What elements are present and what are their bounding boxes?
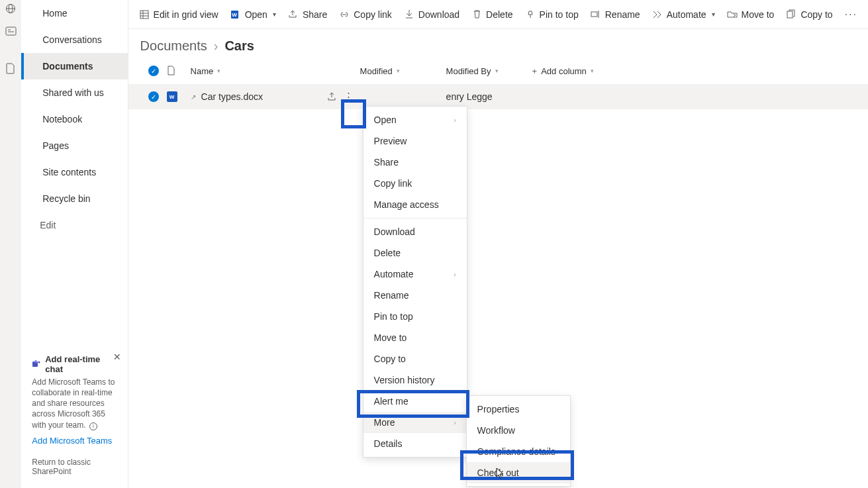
context-menu: Open›PreviewShareCopy linkManage accessD… xyxy=(363,106,467,458)
grid-icon xyxy=(139,9,150,20)
more-button[interactable]: ··· xyxy=(845,9,857,21)
teams-promo-card: ✕ Add real-time chat Add Microsoft Teams… xyxy=(21,348,127,452)
menu-item-pin-to-top[interactable]: Pin to top xyxy=(363,306,467,327)
chevron-right-icon: › xyxy=(214,38,218,54)
chevron-right-icon: › xyxy=(454,419,456,426)
share-row-icon[interactable] xyxy=(327,92,337,101)
submenu-item-compliance-details[interactable]: Compliance details xyxy=(467,441,570,462)
rename-button[interactable]: Rename xyxy=(591,9,640,20)
menu-item-preview[interactable]: Preview xyxy=(363,130,467,152)
pin-icon xyxy=(525,9,536,20)
breadcrumb-root[interactable]: Documents xyxy=(140,38,207,54)
menu-item-alert-me[interactable]: Alert me xyxy=(363,391,467,412)
flow-icon xyxy=(652,9,663,20)
column-modified-by[interactable]: Modified By▾ xyxy=(446,66,532,76)
row-checkbox[interactable]: ✓ xyxy=(148,91,159,102)
breadcrumb-current: Cars xyxy=(224,38,254,54)
delete-button[interactable]: Delete xyxy=(471,9,512,20)
sidebar-nav: HomeConversationsDocumentsShared with us… xyxy=(21,0,127,212)
sidebar-item-conversations[interactable]: Conversations xyxy=(21,26,127,53)
command-bar: Edit in grid view W Open▾ Share Copy lin… xyxy=(128,0,868,29)
link-icon xyxy=(339,9,350,20)
sidebar-item-home[interactable]: Home xyxy=(21,0,127,26)
table-header: ✓ Name▾ Modified▾ Modified By▾ +Add colu… xyxy=(128,58,868,84)
automate-button[interactable]: Automate▾ xyxy=(652,9,715,20)
row-more-icon[interactable]: ⋮ xyxy=(344,92,354,101)
chevron-right-icon: › xyxy=(454,271,456,278)
menu-item-rename[interactable]: Rename xyxy=(363,285,467,306)
sidebar: HomeConversationsDocumentsShared with us… xyxy=(21,0,128,488)
svg-rect-15 xyxy=(591,12,597,17)
download-icon xyxy=(404,9,414,20)
menu-item-details[interactable]: Details xyxy=(363,433,467,454)
chevron-down-icon: ▾ xyxy=(397,68,400,74)
chevron-down-icon: ▾ xyxy=(495,68,499,74)
column-name[interactable]: Name▾ xyxy=(191,66,360,76)
teams-promo-desc: Add Microsoft Teams to collaborate in re… xyxy=(32,377,115,430)
checkout-indicator-icon: ↗ xyxy=(191,93,196,101)
menu-item-delete[interactable]: Delete xyxy=(363,242,467,264)
chevron-down-icon: ▾ xyxy=(273,11,276,18)
teams-icon xyxy=(32,360,41,369)
teams-promo-title: Add real-time chat xyxy=(45,354,118,374)
svg-rect-9 xyxy=(140,11,148,19)
sidebar-item-site-contents[interactable]: Site contents xyxy=(21,159,127,185)
menu-item-copy-to[interactable]: Copy to xyxy=(363,348,467,369)
svg-point-8 xyxy=(34,360,37,363)
sidebar-item-recycle-bin[interactable]: Recycle bin xyxy=(21,185,127,212)
copy-link-button[interactable]: Copy link xyxy=(339,9,392,20)
chevron-down-icon: ▾ xyxy=(217,68,220,74)
select-all-checkbox[interactable]: ✓ xyxy=(148,66,159,76)
svg-rect-3 xyxy=(6,27,16,35)
copy-icon xyxy=(786,9,796,20)
chevron-down-icon: ▾ xyxy=(591,68,594,74)
menu-item-manage-access[interactable]: Manage access xyxy=(363,194,467,215)
submenu-item-check-out[interactable]: Check out xyxy=(467,462,570,483)
submenu-item-properties[interactable]: Properties xyxy=(467,399,570,420)
news-icon[interactable] xyxy=(5,25,17,37)
open-button[interactable]: W Open▾ xyxy=(230,9,276,20)
menu-item-copy-link[interactable]: Copy link xyxy=(363,173,467,194)
menu-item-version-history[interactable]: Version history xyxy=(363,369,467,391)
file-icon[interactable] xyxy=(5,62,17,74)
sidebar-item-documents[interactable]: Documents xyxy=(21,53,127,79)
copy-button[interactable]: Copy to xyxy=(786,9,832,20)
chevron-down-icon: ▾ xyxy=(712,11,715,18)
trash-icon xyxy=(471,9,482,20)
close-icon[interactable]: ✕ xyxy=(113,352,121,362)
file-name[interactable]: Car types.docx xyxy=(201,91,263,102)
sidebar-item-notebook[interactable]: Notebook xyxy=(21,106,127,132)
sidebar-edit-link[interactable]: Edit xyxy=(21,212,127,238)
submenu-item-workflow[interactable]: Workflow xyxy=(467,420,570,441)
app-rail xyxy=(0,0,21,488)
context-submenu: PropertiesWorkflowCompliance detailsChec… xyxy=(466,395,571,487)
info-icon[interactable]: i xyxy=(89,422,97,430)
chevron-right-icon: › xyxy=(454,117,456,124)
move-button[interactable]: Move to xyxy=(727,9,775,20)
modified-by-value[interactable]: enry Legge xyxy=(446,91,493,102)
rename-icon xyxy=(591,9,601,20)
menu-item-automate[interactable]: Automate› xyxy=(363,264,467,285)
menu-item-download[interactable]: Download xyxy=(363,221,467,242)
sidebar-item-shared-with-us[interactable]: Shared with us xyxy=(21,79,127,106)
add-column-button[interactable]: +Add column▾ xyxy=(532,66,594,76)
svg-point-7 xyxy=(38,361,40,363)
share-icon xyxy=(288,9,299,20)
edit-grid-button[interactable]: Edit in grid view xyxy=(139,9,218,20)
return-classic-link[interactable]: Return to classic SharePoint xyxy=(21,452,127,481)
share-button[interactable]: Share xyxy=(288,9,327,20)
table-row[interactable]: ✓ W ↗ Car types.docx ⋮ enry Legge xyxy=(128,84,868,109)
sidebar-item-pages[interactable]: Pages xyxy=(21,132,127,159)
globe-icon[interactable] xyxy=(5,3,17,15)
add-teams-link[interactable]: Add Microsoft Teams xyxy=(32,436,112,446)
main-content: Edit in grid view W Open▾ Share Copy lin… xyxy=(128,0,868,488)
pin-button[interactable]: Pin to top xyxy=(525,9,579,20)
column-modified[interactable]: Modified▾ xyxy=(360,66,446,76)
download-button[interactable]: Download xyxy=(404,9,459,20)
menu-item-open[interactable]: Open› xyxy=(363,109,467,130)
menu-item-more[interactable]: More› xyxy=(363,412,467,433)
menu-item-share[interactable]: Share xyxy=(363,152,467,173)
svg-rect-17 xyxy=(787,11,793,18)
svg-text:W: W xyxy=(232,12,237,18)
menu-item-move-to[interactable]: Move to xyxy=(363,327,467,348)
